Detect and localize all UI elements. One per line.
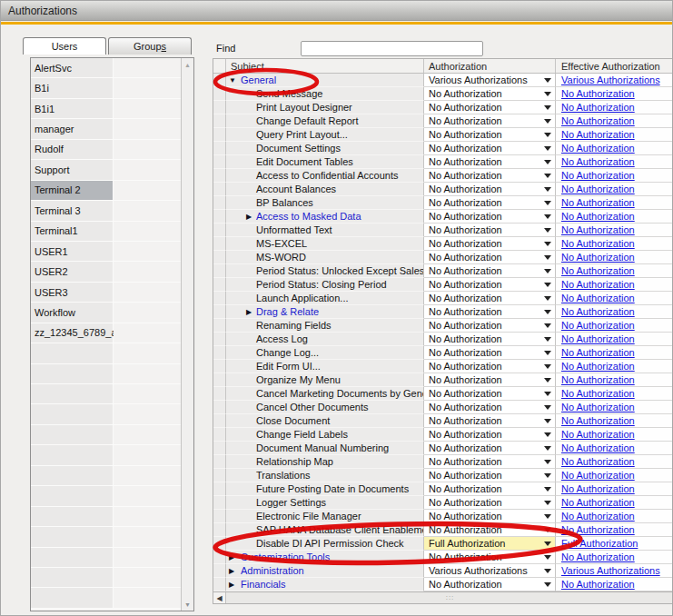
effective-authorization-link[interactable]: Various Authorizations	[561, 565, 660, 576]
authorization-dropdown[interactable]: No Authorization	[424, 455, 556, 469]
authorization-dropdown[interactable]: No Authorization	[424, 401, 556, 414]
subject-cell[interactable]: Renaming Fields	[226, 319, 424, 333]
dropdown-arrow-icon[interactable]	[544, 92, 551, 96]
dropdown-arrow-icon[interactable]	[544, 242, 551, 246]
effective-authorization-link[interactable]: No Authorization	[561, 415, 635, 426]
effective-authorization-link[interactable]: No Authorization	[561, 470, 635, 481]
scrollbar-thumb[interactable]: :::	[226, 592, 673, 603]
dropdown-arrow-icon[interactable]	[544, 541, 551, 546]
dropdown-arrow-icon[interactable]	[544, 201, 551, 205]
subject-cell[interactable]: BP Balances	[226, 196, 424, 210]
dropdown-arrow-icon[interactable]	[544, 351, 551, 355]
subject-cell[interactable]: Organize My Menu	[226, 373, 424, 387]
user-list-item[interactable]: Rudolf	[31, 140, 181, 160]
user-name-cell[interactable]: Terminal 3	[31, 201, 114, 221]
authorization-dropdown[interactable]: No Authorization	[424, 264, 556, 278]
tree-expand-icon[interactable]: ▶	[246, 308, 252, 316]
subject-cell[interactable]: Change Log...	[226, 346, 424, 360]
effective-authorization-link[interactable]: No Authorization	[561, 497, 635, 508]
subject-cell[interactable]: Logger Settings	[226, 496, 424, 510]
tree-expand-icon[interactable]: ▶	[229, 567, 234, 575]
user-list-item[interactable]: B1i	[31, 78, 181, 98]
subject-cell[interactable]: Document Settings	[226, 142, 424, 155]
effective-authorization-link[interactable]: No Authorization	[561, 579, 635, 590]
dropdown-arrow-icon[interactable]	[544, 460, 551, 464]
user-name-cell[interactable]: Support	[31, 160, 114, 180]
authorization-dropdown[interactable]: No Authorization	[424, 169, 556, 183]
dropdown-arrow-icon[interactable]	[544, 378, 551, 383]
effective-authorization-link[interactable]: No Authorization	[561, 388, 635, 399]
dropdown-arrow-icon[interactable]	[544, 323, 551, 328]
subject-cell[interactable]: Account Balances	[226, 183, 424, 196]
effective-authorization-link[interactable]: No Authorization	[561, 156, 635, 167]
subject-cell[interactable]: Unformatted Text	[226, 224, 424, 237]
dropdown-arrow-icon[interactable]	[544, 269, 551, 273]
user-name-cell[interactable]: B1i	[31, 78, 114, 98]
dropdown-arrow-icon[interactable]	[544, 119, 551, 124]
tree-expand-icon[interactable]: ▶	[229, 553, 234, 561]
effective-authorization-link[interactable]: No Authorization	[561, 333, 635, 344]
tree-collapse-icon[interactable]: ▼	[229, 76, 236, 84]
user-list-item[interactable]: Terminal1	[31, 222, 181, 242]
effective-authorization-link[interactable]: No Authorization	[561, 102, 635, 113]
effective-authorization-link[interactable]: No Authorization	[561, 170, 635, 181]
authorization-dropdown[interactable]: Various Authorizations	[424, 564, 556, 578]
effective-authorization-link[interactable]: Various Authorizations	[561, 75, 660, 85]
subject-cell[interactable]: Future Posting Date in Documents	[226, 482, 424, 496]
dropdown-arrow-icon[interactable]	[544, 528, 551, 532]
user-list-item[interactable]: Support	[31, 160, 181, 180]
user-list-item[interactable]: Terminal 2	[31, 181, 181, 201]
authorization-dropdown[interactable]: No Authorization	[424, 414, 556, 428]
authorization-dropdown[interactable]: No Authorization	[424, 523, 556, 537]
effective-authorization-link[interactable]: No Authorization	[561, 265, 635, 276]
subject-cell[interactable]: ▶Financials	[226, 578, 424, 591]
dropdown-arrow-icon[interactable]	[544, 555, 551, 560]
authorization-dropdown[interactable]: No Authorization	[424, 578, 556, 591]
subject-cell[interactable]: Period Status: Closing Period	[226, 278, 424, 292]
effective-authorization-link[interactable]: No Authorization	[561, 374, 635, 385]
users-list-scrollbar[interactable]: ▲ ▼	[181, 58, 193, 611]
authorization-dropdown[interactable]: No Authorization	[424, 114, 556, 128]
user-list-item[interactable]: AlertSvc	[31, 58, 181, 78]
tab-groups[interactable]: Groups	[108, 37, 192, 55]
user-list-item[interactable]: Terminal 3	[31, 201, 181, 221]
authorization-dropdown[interactable]: No Authorization	[424, 442, 556, 455]
dropdown-arrow-icon[interactable]	[544, 487, 551, 492]
effective-authorization-link[interactable]: No Authorization	[561, 524, 635, 535]
effective-authorization-link[interactable]: No Authorization	[561, 347, 635, 358]
dropdown-arrow-icon[interactable]	[544, 419, 551, 423]
subject-cell[interactable]: Change Default Report	[226, 114, 424, 128]
subject-cell[interactable]: SAP HANA Database Client Enablement	[226, 523, 424, 537]
scroll-left-icon[interactable]: ◀	[213, 592, 226, 603]
subject-cell[interactable]: ▶Customization Tools	[226, 551, 424, 564]
authorization-dropdown[interactable]: No Authorization	[424, 101, 556, 114]
authorization-dropdown[interactable]: No Authorization	[424, 87, 556, 101]
effective-authorization-link[interactable]: No Authorization	[561, 252, 635, 263]
subject-cell[interactable]: Send Message	[226, 87, 424, 101]
authorization-dropdown[interactable]: No Authorization	[424, 128, 556, 142]
effective-authorization-link[interactable]: No Authorization	[561, 211, 635, 222]
dropdown-arrow-icon[interactable]	[544, 228, 551, 233]
effective-authorization-link[interactable]: No Authorization	[561, 456, 635, 467]
dropdown-arrow-icon[interactable]	[544, 283, 551, 287]
effective-authorization-link[interactable]: No Authorization	[561, 442, 635, 453]
dropdown-arrow-icon[interactable]	[544, 582, 551, 587]
subject-cell[interactable]: Change Field Labels	[226, 428, 424, 442]
subject-cell[interactable]: Translations	[226, 469, 424, 482]
authorization-dropdown[interactable]: No Authorization	[424, 142, 556, 155]
scroll-up-icon[interactable]: ▲	[182, 58, 193, 71]
dropdown-arrow-icon[interactable]	[544, 432, 551, 437]
table-horizontal-scrollbar[interactable]: ◀ :::	[213, 591, 673, 604]
effective-authorization-link[interactable]: No Authorization	[561, 115, 635, 126]
authorization-dropdown[interactable]: No Authorization	[424, 278, 556, 292]
authorization-dropdown[interactable]: No Authorization	[424, 210, 556, 224]
find-input[interactable]	[301, 41, 483, 56]
user-list-item[interactable]: zz_12345_6789_abcd_efgh	[31, 323, 181, 343]
subject-cell[interactable]: Launch Application...	[226, 292, 424, 305]
subject-cell[interactable]: Electronic File Manager	[226, 510, 424, 523]
dropdown-arrow-icon[interactable]	[544, 310, 551, 314]
user-name-cell[interactable]: Rudolf	[31, 140, 114, 160]
subject-cell[interactable]: ▶Access to Masked Data	[226, 210, 424, 224]
authorization-dropdown[interactable]: No Authorization	[424, 482, 556, 496]
authorization-dropdown[interactable]: No Authorization	[424, 305, 556, 319]
